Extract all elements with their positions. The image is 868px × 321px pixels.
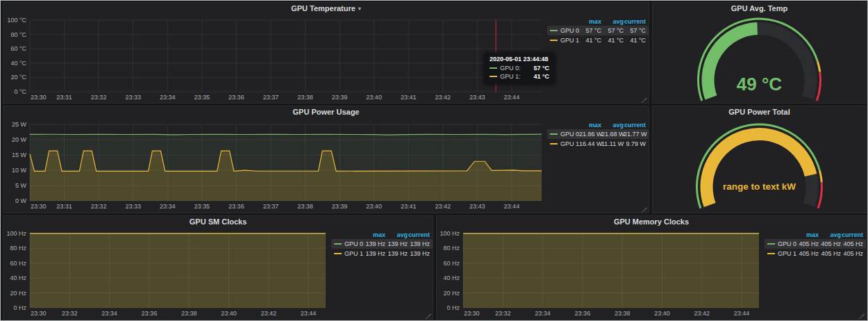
x-axis-tick-label: 23:37: [263, 203, 279, 210]
panel-title-gpu-power-total[interactable]: GPU Power Total: [653, 106, 866, 117]
chart-tooltip: 2020-05-01 23:44:48 GPU 0: 57 °C GPU 1: …: [484, 53, 555, 84]
y-axis-tick-label: 25 W: [12, 121, 27, 128]
x-axis-tick-label: 23:34: [160, 94, 176, 101]
panel-title-gpu-avg-temp[interactable]: GPU Avg. Temp: [653, 3, 866, 14]
legend-series-row[interactable]: GPU 0139 Hz139 Hz139 Hz: [331, 239, 433, 249]
gpu-avg-temp-gauge: 49 °C: [653, 14, 866, 103]
legend-series-name[interactable]: GPU 0: [560, 27, 579, 34]
x-axis-tick-label: 23:44: [504, 94, 520, 101]
legend-sort-header[interactable]: max: [579, 18, 601, 25]
legend-sort-header[interactable]: avg: [819, 231, 841, 238]
legend-series-name[interactable]: GPU 1: [560, 140, 579, 147]
legend-series-value: 9.79 W: [624, 140, 646, 147]
legend-series-name[interactable]: GPU 1: [778, 250, 796, 257]
x-axis-tick-label: 23:33: [125, 94, 141, 101]
x-axis-tick-label: 23:42: [435, 94, 451, 101]
legend-series-value: 139 Hz: [408, 240, 430, 247]
legend-series-value: 57 °C: [601, 27, 624, 34]
x-axis-tick-label: 23:44: [504, 203, 520, 210]
x-axis-tick-label: 23:41: [401, 94, 417, 101]
gauge-value-bar: [707, 134, 811, 205]
y-axis-tick-label: 0 °C: [14, 88, 26, 95]
y-axis-tick-label: 0 W: [15, 197, 27, 204]
tooltip-series-value: 57 °C: [533, 65, 549, 72]
x-axis-tick-label: 23:32: [62, 310, 78, 317]
y-axis-tick-label: 20 Hz: [443, 290, 460, 297]
legend-series-row[interactable]: GPU 1139 Hz139 Hz139 Hz: [331, 249, 433, 258]
series-color-dash: [550, 143, 558, 145]
legend-header-row: maxavgcurrent: [765, 231, 866, 239]
legend-series-name[interactable]: GPU 0: [778, 240, 796, 247]
panel-title-gpu-temperature[interactable]: GPU Temperature▾: [3, 3, 649, 14]
gpu-power-usage-legend: maxavgcurrentGPU 021.86 W21.68 W21.77 WG…: [547, 117, 649, 213]
series-color-dash: [334, 253, 342, 254]
x-axis-tick-label: 23:37: [263, 94, 279, 101]
panel-resize-handle[interactable]: [426, 312, 431, 318]
legend-series-name[interactable]: GPU 0: [344, 240, 363, 247]
x-axis-tick-label: 23:33: [125, 203, 141, 210]
x-axis-tick-label: 23:34: [535, 310, 551, 317]
gauge-value-text: range to text kW: [723, 181, 796, 192]
legend-series-value: 21.68 W: [601, 131, 624, 138]
y-axis-tick-label: 15 W: [12, 151, 27, 158]
legend-sort-header[interactable]: current: [408, 231, 430, 238]
legend-series-value: 139 Hz: [363, 240, 385, 247]
legend-series-value: 16.44 W: [579, 140, 601, 147]
gpu-power-usage-chart[interactable]: 25 W20 W15 W10 W5 W0 W23:3023:3123:3223:…: [3, 117, 547, 213]
gpu-sm-clocks-chart[interactable]: 100 Hz80 Hz60 Hz40 Hz20 Hz0 Hz23:3023:32…: [3, 227, 331, 319]
x-axis-tick-label: 23:30: [464, 310, 480, 317]
x-axis-tick-label: 23:44: [734, 310, 750, 317]
legend-sort-header[interactable]: current: [624, 18, 646, 25]
x-axis-tick-label: 23:38: [181, 310, 197, 317]
legend-series-name[interactable]: GPU 1: [344, 250, 363, 257]
x-axis-tick-label: 23:40: [366, 94, 382, 101]
x-axis-tick-label: 23:31: [56, 203, 72, 210]
legend-series-row[interactable]: GPU 1405 Hz405 Hz405 Hz: [765, 249, 866, 258]
legend-series-row[interactable]: GPU 141 °C41 °C41 °C: [547, 35, 649, 45]
legend-series-row[interactable]: GPU 0405 Hz405 Hz405 Hz: [765, 239, 866, 249]
legend-sort-header[interactable]: avg: [601, 122, 624, 129]
gpu-sm-clocks-legend: maxavgcurrentGPU 0139 Hz139 Hz139 HzGPU …: [331, 227, 433, 319]
legend-series-name[interactable]: GPU 0: [560, 131, 579, 138]
panel-resize-handle[interactable]: [859, 312, 865, 318]
x-axis-tick-label: 23:42: [435, 203, 451, 210]
panel-resize-handle[interactable]: [642, 96, 647, 101]
legend-series-row[interactable]: GPU 021.86 W21.68 W21.77 W: [547, 129, 649, 139]
panel-title-text: GPU Memory Clocks: [614, 217, 689, 226]
x-axis-tick-label: 23:43: [469, 94, 485, 101]
panel-title-gpu-power-usage[interactable]: GPU Power Usage: [3, 106, 649, 117]
x-axis-tick-label: 23:41: [401, 203, 417, 210]
panel-title-gpu-memory-clocks[interactable]: GPU Memory Clocks: [437, 216, 866, 227]
panel-title-gpu-sm-clocks[interactable]: GPU SM Clocks: [3, 216, 433, 227]
legend-header-row: maxavgcurrent: [547, 121, 649, 129]
legend-sort-header[interactable]: max: [579, 122, 601, 129]
x-axis-tick-label: 23:35: [194, 203, 210, 210]
legend-sort-header[interactable]: current: [841, 231, 863, 238]
panel-resize-handle[interactable]: [642, 206, 647, 211]
x-axis-tick-label: 23:44: [301, 310, 317, 317]
x-axis-tick-label: 23:34: [160, 203, 176, 210]
x-axis-tick-label: 23:30: [31, 310, 47, 317]
legend-sort-header[interactable]: max: [363, 231, 385, 238]
series-color-dash: [490, 67, 497, 69]
gpu-temperature-chart[interactable]: 100 °C80 °C60 °C40 °C20 °C0 °C23:3023:31…: [3, 14, 547, 103]
legend-series-value: 405 Hz: [819, 240, 841, 247]
legend-series-row[interactable]: GPU 057 °C57 °C57 °C: [547, 26, 649, 35]
panel-title-text: GPU Power Total: [728, 108, 790, 116]
legend-sort-header[interactable]: max: [796, 231, 819, 238]
x-axis-tick-label: 23:30: [31, 203, 47, 210]
legend-sort-header[interactable]: current: [624, 122, 646, 129]
y-axis-tick-label: 100 °C: [7, 17, 26, 24]
gpu-memory-clocks-chart[interactable]: 100 Hz80 Hz60 Hz40 Hz20 Hz0 Hz23:3023:32…: [437, 227, 765, 319]
legend-series-row[interactable]: GPU 116.44 W11.11 W9.79 W: [547, 139, 649, 149]
legend-series-value: 57 °C: [579, 27, 601, 34]
legend-sort-header[interactable]: avg: [385, 231, 408, 238]
gpu-power-total-gauge: range to text kW: [653, 117, 866, 213]
series-color-dash: [767, 243, 775, 245]
legend-sort-header[interactable]: avg: [601, 18, 624, 25]
series-color-dash: [490, 76, 497, 77]
legend-series-name[interactable]: GPU 1: [560, 37, 579, 44]
tooltip-series-name: GPU 0:: [500, 65, 521, 72]
x-axis-tick-label: 23:32: [495, 310, 511, 317]
panel-title-text: GPU Power Usage: [293, 108, 360, 116]
